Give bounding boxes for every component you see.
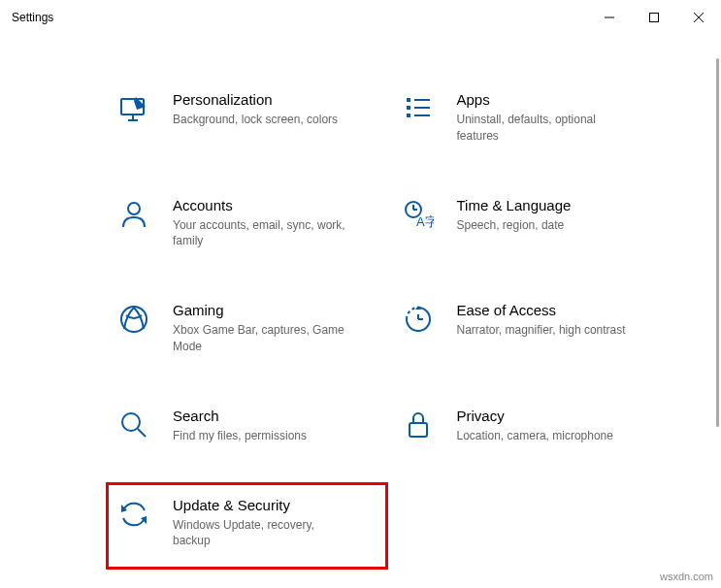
svg-rect-9 — [407, 114, 410, 117]
personalization-icon — [116, 91, 151, 126]
svg-rect-24 — [410, 423, 427, 437]
settings-grid: Personalization Background, lock screen,… — [0, 78, 721, 586]
tile-desc: Narrator, magnifier, high contrast — [457, 322, 626, 339]
svg-point-22 — [122, 413, 140, 431]
tile-title: Apps — [457, 91, 632, 108]
tile-title: Search — [173, 408, 307, 424]
tile-ease-of-access[interactable]: Ease of Access Narrator, magnifier, high… — [399, 300, 664, 357]
close-button[interactable] — [676, 0, 721, 35]
minimize-button[interactable] — [587, 0, 632, 35]
close-icon — [694, 13, 704, 22]
tile-text: Search Find my files, permissions — [173, 408, 307, 444]
tile-desc: Your accounts, email, sync, work, family — [173, 217, 347, 250]
privacy-icon — [401, 408, 436, 442]
tile-desc: Background, lock screen, colors — [173, 112, 338, 128]
time-language-icon: A字 — [401, 197, 436, 232]
watermark: wsxdn.com — [660, 571, 713, 582]
update-security-icon — [116, 497, 151, 532]
accounts-icon — [116, 197, 151, 232]
scrollbar-thumb[interactable] — [716, 58, 719, 427]
tile-text: Ease of Access Narrator, magnifier, high… — [457, 302, 626, 339]
svg-rect-7 — [407, 98, 410, 102]
tile-apps[interactable]: Apps Uninstall, defaults, optional featu… — [399, 89, 664, 147]
tile-text: Accounts Your accounts, email, sync, wor… — [173, 197, 347, 250]
gaming-icon — [116, 302, 151, 337]
svg-text:A字: A字 — [416, 214, 434, 229]
svg-rect-8 — [407, 106, 410, 110]
tile-privacy[interactable]: Privacy Location, camera, microphone — [399, 406, 664, 446]
tile-text: Personalization Background, lock screen,… — [173, 91, 338, 128]
tile-personalization[interactable]: Personalization Background, lock screen,… — [115, 89, 379, 147]
window-controls — [587, 0, 721, 35]
tile-desc: Windows Update, recovery, backup — [173, 517, 347, 550]
tile-title: Personalization — [173, 91, 338, 108]
tile-text: Update & Security Windows Update, recove… — [173, 497, 347, 550]
tile-title: Gaming — [173, 302, 347, 318]
tile-desc: Xbox Game Bar, captures, Game Mode — [173, 322, 347, 355]
maximize-button[interactable] — [632, 0, 676, 35]
tile-title: Time & Language — [457, 197, 572, 213]
tile-title: Accounts — [173, 197, 347, 213]
svg-point-13 — [128, 203, 140, 214]
svg-rect-1 — [650, 14, 659, 22]
tile-desc: Find my files, permissions — [173, 428, 307, 444]
minimize-icon — [605, 13, 614, 22]
maximize-icon — [649, 13, 659, 22]
apps-icon — [401, 91, 436, 126]
tile-gaming[interactable]: Gaming Xbox Game Bar, captures, Game Mod… — [115, 300, 379, 357]
tile-title: Privacy — [457, 408, 613, 424]
tile-desc: Speech, region, date — [457, 217, 572, 234]
tile-text: Time & Language Speech, region, date — [457, 197, 572, 234]
tile-desc: Location, camera, microphone — [457, 428, 613, 444]
ease-of-access-icon — [401, 302, 436, 337]
window-title: Settings — [12, 11, 53, 24]
tile-text: Gaming Xbox Game Bar, captures, Game Mod… — [173, 302, 347, 355]
settings-content: Personalization Background, lock screen,… — [0, 78, 721, 588]
tile-time-language[interactable]: A字 Time & Language Speech, region, date — [399, 195, 664, 252]
tile-accounts[interactable]: Accounts Your accounts, email, sync, wor… — [115, 195, 379, 252]
tile-text: Privacy Location, camera, microphone — [457, 408, 613, 444]
tile-title: Ease of Access — [457, 302, 626, 318]
titlebar: Settings — [0, 0, 721, 35]
tile-search[interactable]: Search Find my files, permissions — [115, 406, 379, 446]
tile-update-security[interactable]: Update & Security Windows Update, recove… — [106, 482, 388, 571]
tile-title: Update & Security — [173, 497, 347, 513]
search-icon — [116, 408, 151, 442]
tile-text: Apps Uninstall, defaults, optional featu… — [457, 91, 632, 145]
tile-desc: Uninstall, defaults, optional features — [457, 112, 632, 145]
svg-line-23 — [138, 429, 146, 437]
